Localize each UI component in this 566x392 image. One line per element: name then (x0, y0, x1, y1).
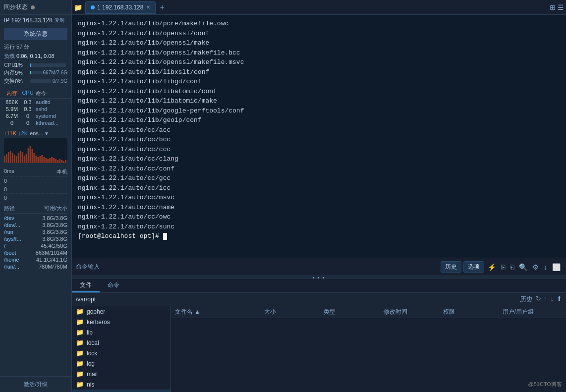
latency-section: 0ms 本机 0 0 0 (0, 167, 71, 202)
col-user[interactable]: 用户/用户组 (503, 308, 562, 316)
file-table-header: 文件名 ▲ 大小 类型 修改时间 权限 用户/用户组 (171, 306, 566, 318)
tree-item-kerberos[interactable]: 📁kerberos (72, 317, 170, 327)
lightning-icon[interactable]: ⚡ (486, 263, 498, 271)
folder-icon: 📁 (76, 308, 84, 315)
copy-icon[interactable]: ⎘ (500, 263, 507, 271)
refresh-icon[interactable]: ↻ (536, 295, 541, 304)
proc-cpu-1: 0.3 (20, 106, 36, 112)
tab-label-0: 1 192.168.33.128 (97, 4, 143, 11)
disk-row: /sys/f... 3.8G/3.8G (4, 235, 67, 242)
disk-path-6: /home (4, 257, 36, 263)
svg-rect-5 (14, 155, 15, 163)
disk-size-7: 780M/780M (39, 264, 67, 270)
col-type[interactable]: 类型 (324, 308, 383, 316)
sys-info-button[interactable]: 系统信息 (4, 28, 67, 40)
options-button[interactable]: 选项 (463, 261, 484, 273)
disk-row: /run 3.8G/3.8G (4, 228, 67, 235)
svg-rect-6 (16, 156, 17, 163)
svg-rect-9 (22, 152, 23, 163)
cpu-label: CPU (4, 62, 15, 68)
mem-label: 内存 (4, 69, 15, 76)
mkdir-icon[interactable]: ⬆ (557, 295, 562, 304)
svg-rect-14 (32, 149, 33, 163)
col-modified[interactable]: 修改时间 (384, 308, 443, 316)
disk-path-0: /dev (4, 215, 42, 221)
disk-row: /dev 3.8G/3.8G (4, 215, 67, 222)
grid-view-icon[interactable]: ⊞ (550, 3, 556, 11)
disk-row: /run/... 780M/780M (4, 263, 67, 270)
proc-cmd-1: sshd (36, 106, 67, 112)
download-file-icon[interactable]: ↓ (551, 295, 554, 304)
tree-item-mail[interactable]: 📁mail (72, 369, 170, 379)
load-label: 负载 (4, 53, 15, 59)
cmd-input-field[interactable] (104, 263, 441, 271)
search-icon[interactable]: 🔍 (517, 263, 529, 271)
folder-icon: 📁 (76, 381, 84, 388)
ip-address: IP 192.168.33.128 (4, 17, 53, 24)
tree-item-lib[interactable]: 📁lib (72, 327, 170, 337)
swap-value: 0% (15, 78, 29, 84)
svg-rect-29 (61, 160, 62, 163)
window-icon[interactable]: ⬜ (551, 263, 562, 271)
proc-mem-2: 6.7M (4, 113, 20, 119)
svg-rect-8 (20, 151, 21, 163)
list-view-icon[interactable]: ☰ (558, 3, 564, 11)
svg-rect-20 (43, 157, 45, 163)
svg-rect-12 (28, 148, 29, 163)
cmd-input-label: 命令输入 (76, 263, 100, 271)
tree-item-gopher[interactable]: 📁gopher (72, 306, 170, 317)
copy-ip-button[interactable]: 复制 (55, 17, 64, 24)
current-path: /var/opt (76, 296, 96, 303)
process-row: 0 0 kthread... (0, 119, 71, 126)
file-history-btn[interactable]: 历史 (520, 295, 533, 304)
settings-icon[interactable]: ⚙ (531, 263, 540, 271)
tree-item-opt[interactable]: 📁opt (72, 390, 170, 392)
terminal[interactable]: nginx-1.22.1/auto/lib/pcre/makefile.owcn… (72, 15, 566, 258)
col-filename[interactable]: 文件名 ▲ (175, 308, 264, 316)
activate-button[interactable]: 激活/升级 (4, 381, 67, 388)
upload-icon[interactable]: ↑ (544, 295, 548, 304)
disk-row: / 45.4G/50G (4, 242, 67, 249)
proc-cmd-3: kthread... (36, 120, 67, 126)
bottom-panel: • • • 文件 命令 /var/opt 历史 ↻ ↑ ↓ ⬆ 📁gopher📁… (72, 276, 566, 392)
tab-item-0[interactable]: 1 192.168.33.128 ✕ (85, 1, 156, 14)
paste-icon[interactable]: ⎗ (509, 263, 515, 271)
disk-size-header: 可用/大小 (44, 205, 67, 212)
proc-cmd-0: auditd (36, 99, 67, 105)
swap-bar-row: 交换 0% 0/7.9G (4, 77, 67, 85)
net-interface: ens... (30, 130, 43, 136)
tree-item-local[interactable]: 📁local (72, 337, 170, 348)
col-permissions[interactable]: 权限 (443, 308, 503, 316)
latency-value: 0ms (4, 168, 14, 175)
tree-item-nis[interactable]: 📁nis (72, 379, 170, 390)
toolbar-buttons: 历史 选项 ⚡ ⎘ ⎗ 🔍 ⚙ ↓ ⬜ (441, 261, 562, 273)
folder-icon: 📁 (76, 339, 84, 346)
svg-rect-0 (4, 156, 5, 163)
cpu-bar-bg (30, 63, 66, 67)
history-button[interactable]: 历史 (441, 261, 461, 273)
tab-add-button[interactable]: + (157, 3, 167, 12)
svg-rect-25 (53, 158, 55, 163)
tree-item-lock[interactable]: 📁lock (72, 348, 170, 358)
net-dropdown[interactable]: ▼ (44, 131, 49, 136)
tree-item-log[interactable]: 📁log (72, 358, 170, 369)
svg-rect-13 (30, 146, 31, 163)
swap-label: 交换 (4, 77, 15, 85)
folder-icon[interactable]: 📁 (74, 3, 82, 11)
svg-rect-18 (39, 156, 41, 163)
svg-rect-15 (34, 153, 35, 163)
download-icon[interactable]: ↓ (542, 263, 549, 271)
mem-col-header: 内存 (4, 90, 20, 97)
tab-files[interactable]: 文件 (72, 279, 100, 292)
tree-item-label: nis (87, 381, 94, 388)
disk-path-3: /sys/f... (4, 236, 42, 242)
tab-close-button[interactable]: ✕ (146, 4, 150, 10)
network-graph (4, 138, 67, 163)
col-size[interactable]: 大小 (264, 308, 324, 316)
load-value: 0.06, 0.11, 0.08 (16, 53, 54, 59)
svg-rect-2 (8, 152, 9, 163)
disk-size-6: 41.1G/41.1G (36, 257, 67, 263)
tab-commands[interactable]: 命令 (100, 279, 127, 292)
tab-right-icons: ⊞ ☰ (550, 3, 564, 11)
file-detail: 文件名 ▲ 大小 类型 修改时间 权限 用户/用户组 (171, 306, 566, 392)
